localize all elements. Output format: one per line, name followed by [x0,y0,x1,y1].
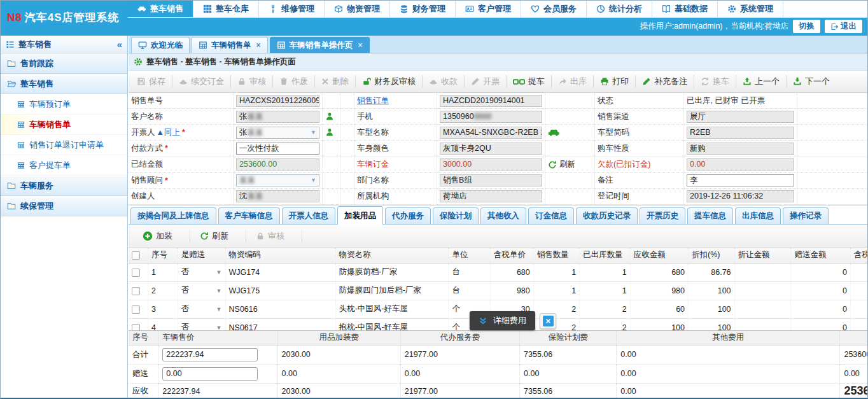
tab-payment-history[interactable]: 收款历史记录 [576,207,638,224]
pen-icon [471,77,480,86]
previous-record-button[interactable]: 上一个 [737,71,785,92]
tab-welcome[interactable]: 欢迎光临 [131,37,190,53]
tab-accessories[interactable]: 加装用品 [337,206,383,225]
add-remark-button[interactable]: 补充备注 [636,71,693,92]
sales-consultant-select[interactable]: 某某▼ [236,174,319,186]
sidebar-item-customer-pickup[interactable]: 客户提车单 [1,155,127,176]
col-seq: 序号 [148,248,178,263]
nav-customer-management[interactable]: 客户管理 [456,1,521,17]
swap-vehicle-button[interactable]: 换车 [695,71,735,92]
button-label: 保存 [149,76,165,87]
tab-deposit-info[interactable]: 订金信息 [528,207,574,224]
row-checkbox[interactable] [132,305,140,314]
label-sales-channel: 销售渠道 [595,109,684,125]
switch-org-button[interactable]: 切换 [793,20,820,33]
detail-fee-close-button[interactable] [540,313,556,329]
nav-vehicle-sales[interactable]: 整车销售 [128,1,193,17]
gift-select[interactable]: 否▼ [181,267,222,277]
same-as-above-link[interactable]: ▲同上 [157,127,180,138]
spacer [797,109,868,125]
outbound-button[interactable]: 出库 [552,71,592,92]
tab-invoice-history[interactable]: 开票历史 [640,207,685,224]
box-icon [334,4,343,13]
finance-unaudit-button[interactable]: 财务反审核 [356,71,421,92]
sidebar-item-label: 车辆预订单 [29,99,71,110]
sidebar-item-renewal-management[interactable]: 续保管理 [1,196,127,216]
sidebar-item-vehicle-preorder[interactable]: 车辆预订单 [1,94,127,115]
tab-invoicer-info[interactable]: 开票人信息 [282,207,336,224]
sidebar-item-presale-tracking[interactable]: 售前跟踪 [1,53,127,74]
nav-stats-analysis[interactable]: 统计分析 [587,1,652,17]
audit-button[interactable]: 审核 [232,71,272,92]
next-record-button[interactable]: 下一个 [787,71,836,92]
collect-payment-button[interactable]: 收款 [423,71,463,92]
person-icon [325,128,334,137]
tab-agency-services[interactable]: 代办服务 [385,207,431,224]
detail-fee-toggle-button[interactable]: 详细费用 [470,311,535,330]
logout-button[interactable]: 退出 [825,20,862,33]
delete-button[interactable]: 删除 [316,71,354,92]
sidebar-item-order-cancel-request[interactable]: 销售订单退订申请单 [1,135,127,155]
toolbar-separator [272,75,273,88]
tab-vehicle-sales-order[interactable]: 车辆销售单× [192,37,268,53]
cell-outbound-qty: 1 [580,263,631,281]
nav-member-services[interactable]: 会员服务 [521,1,587,17]
remark-input[interactable] [687,174,794,186]
tab-outbound-info[interactable]: 出库信息 [735,207,781,224]
continue-deposit-button[interactable]: 续交订金 [173,71,230,92]
sales-order-link[interactable]: 销售订单 [357,95,389,106]
cell-discount: 100 [689,300,735,318]
tab-insurance-plan[interactable]: 保险计划 [433,207,479,224]
gift-vehicle-price-input[interactable] [162,367,258,381]
sidebar-item-vehicle-sales[interactable]: 整车销售 [1,74,127,94]
refresh-accessories-button[interactable]: 刷新 [191,230,245,242]
col-outbound-qty: 已出库数量 [580,248,631,263]
invoice-button[interactable]: 开票 [465,71,505,92]
tab-customer-vehicle-info[interactable]: 客户车辆信息 [218,207,280,224]
tab-mortgage-plate-info[interactable]: 按揭合同及上牌信息 [130,207,216,224]
sidebar-item-vehicle-service[interactable]: 车辆服务 [1,176,127,196]
tab-close-icon[interactable]: × [256,41,261,50]
row-checkbox[interactable] [132,324,140,330]
nav-base-data[interactable]: 基础数据 [652,1,718,17]
chevrons-down-icon [479,316,487,325]
tab-close-icon[interactable]: × [358,41,363,50]
total-vehicle-price-input[interactable] [162,348,258,361]
row-checkbox[interactable] [132,287,140,295]
gift-select[interactable]: 否▼ [181,285,222,296]
select-all-checkbox[interactable] [132,251,140,260]
nav-system-management[interactable]: 系统管理 [718,1,783,17]
void-button[interactable]: 作废 [274,71,314,92]
gift-select[interactable]: 否▼ [181,304,222,314]
col-accessory-fee: 用品加装费 [277,331,400,345]
add-accessory-button[interactable]: 加装 [134,230,189,242]
model-lookup[interactable] [545,125,595,141]
label-mobile: 手机 [354,109,437,125]
cell-outbound-qty: 1 [580,281,631,300]
pickup-button[interactable]: 提车 [507,71,550,92]
cell-gift-amount: 0 [791,318,851,330]
sidebar-item-vehicle-sales-order[interactable]: 车辆销售单 [1,115,127,135]
invoicer-lookup[interactable] [323,125,340,141]
cell-other-fee: 0.00 [617,383,840,399]
tab-sales-order-operation[interactable]: 车辆销售单操作页× [270,37,370,53]
pie-chart-icon [596,4,605,13]
refresh-deposit-button[interactable]: 刷新 [545,157,595,173]
audit-accessories-button[interactable]: 审核 [247,230,301,242]
tab-other-income[interactable]: 其他收入 [480,207,526,224]
gift-select[interactable]: 否▼ [181,322,222,330]
tab-operation-log[interactable]: 操作记录 [783,207,829,224]
tab-pickup-info[interactable]: 提车信息 [687,207,733,224]
nav-finance-management[interactable]: 财务管理 [390,1,456,17]
nav-vehicle-warehouse[interactable]: 整车仓库 [193,1,259,17]
invoicer-select[interactable]: 张某某▼ [236,127,319,139]
nav-materials-management[interactable]: 物资管理 [325,1,390,17]
save-button[interactable]: 保存 [131,71,171,92]
sidebar-collapse-icon[interactable]: « [117,39,122,50]
nav-repair-management[interactable]: 维修管理 [259,1,325,17]
row-checkbox[interactable] [132,269,140,277]
print-button[interactable]: 打印 [594,71,634,92]
body-color-value: 灰顶卡身2QU [440,143,542,155]
customer-lookup[interactable] [323,109,340,125]
payment-method-input[interactable] [236,143,319,155]
